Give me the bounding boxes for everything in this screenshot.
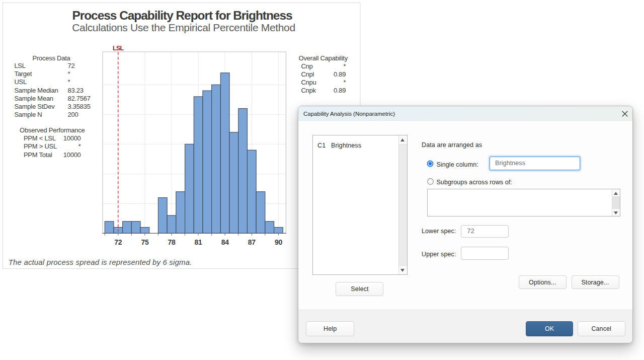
svg-text:Sample Mean: Sample Mean: [14, 95, 53, 102]
svg-text:200: 200: [68, 111, 78, 118]
svg-text:Process Data: Process Data: [32, 54, 70, 62]
svg-text:0.89: 0.89: [334, 70, 346, 78]
svg-text:3.35835: 3.35835: [68, 103, 91, 110]
svg-text:PPM Total: PPM Total: [24, 151, 52, 159]
svg-text:83.23: 83.23: [68, 87, 84, 94]
svg-text:The actual process spread is r: The actual process spread is represented…: [9, 258, 192, 266]
svg-text:PPM > USL: PPM > USL: [24, 142, 57, 150]
svg-text:*: *: [343, 79, 346, 86]
svg-text:Sample N: Sample N: [14, 111, 42, 118]
svg-text:84: 84: [221, 238, 229, 246]
svg-text:Overall Capability: Overall Capability: [299, 54, 348, 62]
svg-text:78: 78: [168, 238, 176, 246]
svg-text:*: *: [343, 62, 346, 70]
svg-text:0.89: 0.89: [334, 87, 346, 94]
svg-text:10000: 10000: [63, 134, 81, 142]
svg-text:87: 87: [248, 238, 256, 246]
svg-text:LSL: LSL: [14, 62, 25, 69]
svg-text:10000: 10000: [63, 151, 81, 159]
svg-text:75: 75: [141, 238, 148, 246]
svg-text:Sample Median: Sample Median: [14, 87, 58, 94]
svg-text:Process Capability Report for: Process Capability Report for Brightness: [72, 9, 292, 22]
svg-text:PPM < LSL: PPM < LSL: [24, 134, 56, 142]
svg-text:72: 72: [114, 238, 122, 246]
svg-text:Cnpl: Cnpl: [301, 70, 314, 78]
svg-text:*: *: [68, 70, 70, 78]
svg-text:Cnpu: Cnpu: [301, 79, 316, 86]
svg-text:Calculations Use the Empirical: Calculations Use the Empirical Percentil…: [72, 22, 295, 33]
svg-text:82.7567: 82.7567: [68, 95, 91, 102]
svg-text:Sample StDev: Sample StDev: [14, 103, 55, 110]
svg-text:72: 72: [68, 62, 75, 69]
svg-text:Observed Performance: Observed Performance: [20, 126, 85, 134]
svg-text:*: *: [78, 142, 81, 150]
svg-text:Cnp: Cnp: [301, 62, 312, 70]
svg-text:USL: USL: [14, 78, 27, 86]
svg-text:90: 90: [275, 238, 282, 246]
svg-text:Target: Target: [14, 70, 32, 78]
svg-text:LSL: LSL: [113, 45, 124, 52]
svg-text:*: *: [68, 78, 70, 86]
svg-text:Cnpk: Cnpk: [301, 87, 316, 94]
svg-text:81: 81: [195, 238, 202, 246]
